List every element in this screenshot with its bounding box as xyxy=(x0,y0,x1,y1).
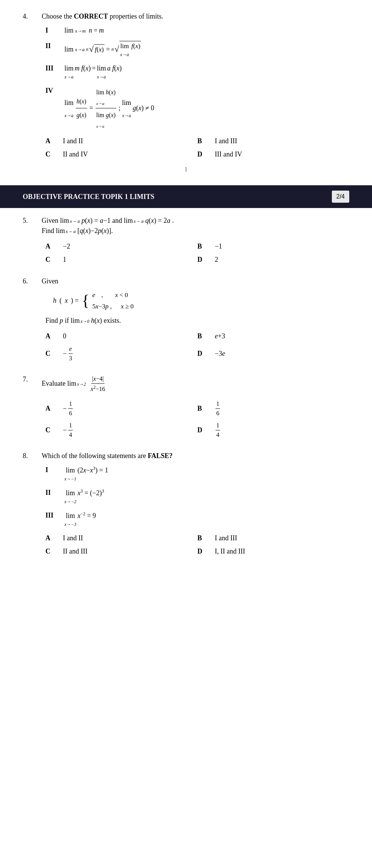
q8-roman-II: II lim x→−2 x3 = (−2)3 xyxy=(45,488,349,505)
q4-roman-IV: IV lim x→a h(x) g(x) = xyxy=(45,86,349,131)
q6-opttext-C: − e 3 xyxy=(63,344,73,363)
q4-option-C: C II and IV xyxy=(45,149,197,160)
q7-opttext-C: −14 xyxy=(63,421,73,439)
q7-option-D: D 14 xyxy=(197,421,349,439)
piecewise-row-2: 5x−3p , x ≥ 0 xyxy=(92,302,134,311)
q6-option-A: A 0 xyxy=(45,331,197,341)
iv-fraction2: lim x→a h(x) lim x→a g(x) xyxy=(95,86,116,131)
q8-optlabel-C: C xyxy=(45,546,57,557)
q6-piecewise: h(x) = { e , x < 0 5x−3p , x ≥ 0 xyxy=(53,290,349,311)
question-7: 7. Evaluate lim x→2 |x−4| x2−16 A xyxy=(23,374,349,439)
nthroot-lhs: n √ f(x) xyxy=(86,44,105,55)
q8-roman-II-content: lim x→−2 x3 = (−2)3 xyxy=(64,488,104,505)
q8-optlabel-A: A xyxy=(45,533,57,543)
q5-optlabel-A: A xyxy=(45,241,57,252)
q5-opttext-C: 1 xyxy=(63,255,66,265)
iv-fraction: h(x) g(x) xyxy=(76,95,87,122)
q8-opttext-A: I and II xyxy=(63,533,83,543)
q8-optlabel-D: D xyxy=(197,546,209,557)
q8-optlabel-B: B xyxy=(197,533,209,543)
q4-opttext-C: II and IV xyxy=(63,149,88,160)
q5-option-D: D 2 xyxy=(197,255,349,265)
q6-optlabel-C: C xyxy=(45,349,57,359)
opt-c-fraction: e 3 xyxy=(68,344,73,363)
q7-opttext-A: −16 xyxy=(63,399,73,418)
q5-option-B: B −1 xyxy=(197,241,349,252)
q4-bold: CORRECT xyxy=(74,13,108,20)
q6-optlabel-B: B xyxy=(197,331,209,341)
q7-option-C: C −14 xyxy=(45,421,197,439)
q4-options: A I and II B I and III C II and IV D III… xyxy=(45,136,349,160)
q7-optlabel-B: B xyxy=(197,404,209,414)
q7-header: 7. Evaluate lim x→2 |x−4| x2−16 xyxy=(23,374,349,394)
q4-roman-II-content: lim x→a n √ f(x) = n √ xyxy=(64,41,141,58)
q7-frac-c: 14 xyxy=(68,421,73,439)
section-title: OBJECTIVE PRACTICE TOPIK 1 LIMITS xyxy=(23,192,154,202)
q7-optlabel-C: C xyxy=(45,425,57,435)
q7-frac-a: 16 xyxy=(68,399,73,418)
q8-roman-I: I lim x→−1 (2x−x3) = 1 xyxy=(45,465,349,482)
q6-option-B: B e+3 xyxy=(197,331,349,341)
q4-opttext-A: I and II xyxy=(63,136,83,146)
q4-option-B: B I and III xyxy=(197,136,349,146)
q6-number: 6. xyxy=(23,276,42,286)
nthroot-rhs: n √ lim x→a f(x) xyxy=(111,41,141,58)
question-5: 5. Given lim x→ a p(x) = a−1 and lim x→ … xyxy=(23,216,349,265)
q4-roman-III-label: III xyxy=(45,63,64,74)
q5-options: A −2 B −1 C 1 D 2 xyxy=(45,241,349,265)
q8-roman-I-label: I xyxy=(45,465,64,475)
q7-optlabel-D: D xyxy=(197,425,209,435)
q5-header: 5. Given lim x→ a p(x) = a−1 and lim x→ … xyxy=(23,216,349,236)
q6-optlabel-D: D xyxy=(197,349,209,359)
q8-roman-items: I lim x→−1 (2x−x3) = 1 II xyxy=(45,465,349,528)
q8-text: Which of the following statements are FA… xyxy=(42,451,349,461)
q4-roman-I-content: lim x→m n = m xyxy=(64,25,104,36)
q7-opttext-D: 14 xyxy=(215,421,221,439)
q6-opttext-D: −3e xyxy=(215,349,225,359)
q4-roman-III: III lim x→a m f(x) = lim x→a a f(x) xyxy=(45,63,349,80)
q5-number: 5. xyxy=(23,216,42,226)
q4-option-D: D III and IV xyxy=(197,149,349,160)
q6-find: Find p if lim x→0 h(x) exists. xyxy=(45,316,349,326)
q8-option-B: B I and III xyxy=(197,533,349,543)
q7-opttext-B: 16 xyxy=(215,399,221,418)
q8-roman-II-label: II xyxy=(45,488,64,498)
q5-opttext-D: 2 xyxy=(215,255,218,265)
q6-text: Given xyxy=(42,276,349,286)
q7-option-A: A −16 xyxy=(45,399,197,418)
page-indicator-1: 1 xyxy=(23,165,349,174)
q5-optlabel-D: D xyxy=(197,255,209,265)
q8-roman-III: III lim x→−3 x−2 = 9 xyxy=(45,510,349,528)
question-4: 4. Choose the CORRECT properties of limi… xyxy=(23,11,349,174)
page-content: 4. Choose the CORRECT properties of limi… xyxy=(0,0,372,579)
q4-roman-III-content: lim x→a m f(x) = lim x→a a f(x) xyxy=(64,63,122,80)
q7-option-B: B 16 xyxy=(197,399,349,418)
q4-roman-IV-content: lim x→a h(x) g(x) = lim x→ xyxy=(64,86,154,131)
q5-opttext-A: −2 xyxy=(63,241,70,252)
q5-text: Given lim x→ a p(x) = a−1 and lim x→ a q… xyxy=(42,216,349,236)
q7-frac-d: 14 xyxy=(216,421,220,439)
q5-option-A: A −2 xyxy=(45,241,197,252)
q4-option-A: A I and II xyxy=(45,136,197,146)
q6-opttext-B: e+3 xyxy=(215,331,225,341)
q7-fraction: |x−4| x2−16 xyxy=(90,374,106,394)
section-divider: OBJECTIVE PRACTICE TOPIK 1 LIMITS 2/4 xyxy=(0,185,372,208)
piecewise-row-1: e , x < 0 xyxy=(92,290,134,300)
q4-text: Choose the CORRECT properties of limits. xyxy=(42,11,349,22)
q8-bold: FALSE? xyxy=(148,452,173,460)
q4-optlabel-C: C xyxy=(45,149,57,160)
q8-roman-I-content: lim x→−1 (2x−x3) = 1 xyxy=(64,465,108,482)
q4-opttext-B: I and III xyxy=(215,136,237,146)
q4-roman-IV-label: IV xyxy=(45,86,64,96)
q8-option-A: A I and II xyxy=(45,533,197,543)
q6-option-C: C − e 3 xyxy=(45,344,197,363)
q4-optlabel-B: B xyxy=(197,136,209,146)
q4-roman-II-label: II xyxy=(45,41,64,51)
q7-text: Evaluate lim x→2 |x−4| x2−16 xyxy=(42,374,349,394)
q4-optlabel-D: D xyxy=(197,149,209,160)
q5-optlabel-C: C xyxy=(45,255,57,265)
q4-opttext-D: III and IV xyxy=(215,149,242,160)
q6-optlabel-A: A xyxy=(45,331,57,341)
q6-header: 6. Given xyxy=(23,276,349,286)
q5-option-C: C 1 xyxy=(45,255,197,265)
